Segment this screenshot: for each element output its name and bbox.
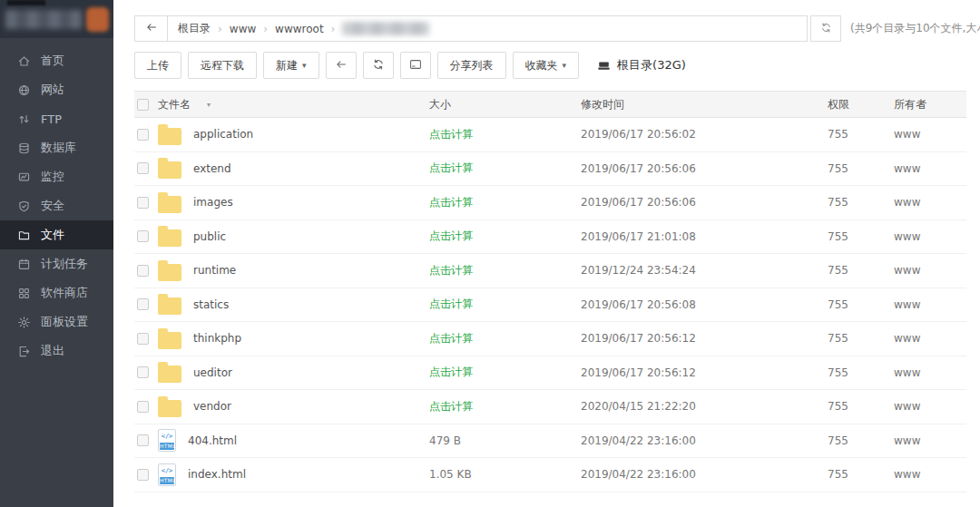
sidebar-menu: 首页 网站 FTP 数据库 监控 安全 文件 计划任务 软件商店 面板设置 退出 [0, 38, 113, 366]
file-perm: 755 [828, 468, 894, 481]
directory-stats: (共9个目录与10个文件,大小: 获取) [850, 15, 980, 42]
row-checkbox[interactable] [137, 197, 149, 209]
file-name-link[interactable]: 404.html [188, 434, 237, 447]
share-list-button[interactable]: 分享列表 [437, 52, 506, 79]
store-icon [17, 287, 31, 300]
back-button[interactable] [326, 52, 357, 79]
row-checkbox[interactable] [137, 333, 149, 345]
new-dropdown[interactable]: 新建 ▾ [263, 52, 319, 79]
header-perm: 权限 [828, 97, 894, 112]
sidebar-item-database[interactable]: 数据库 [0, 133, 113, 162]
sidebar-item-settings[interactable]: 面板设置 [0, 307, 113, 336]
chevron-down-icon: ▾ [302, 62, 307, 70]
path-refresh-button[interactable] [810, 15, 841, 42]
refresh-icon [372, 58, 385, 73]
file-name-link[interactable]: images [193, 196, 233, 209]
row-checkbox[interactable] [137, 401, 149, 413]
table-row[interactable]: public 点击计算 2019/06/17 21:01:08 755 www [134, 220, 966, 255]
gear-icon [17, 316, 31, 329]
calc-size-link[interactable]: 点击计算 [429, 400, 473, 413]
sidebar-item-site[interactable]: 网站 [0, 75, 113, 104]
row-checkbox[interactable] [137, 265, 149, 277]
file-name-link[interactable]: thinkphp [193, 332, 241, 345]
table-row[interactable]: </>HTML 404.html 479 B 2019/04/22 23:16:… [134, 424, 966, 459]
refresh-button[interactable] [363, 52, 394, 79]
select-all-checkbox[interactable] [137, 99, 149, 111]
folder-icon [158, 229, 181, 247]
file-perm: 755 [828, 332, 894, 345]
header-mtime: 修改时间 [581, 97, 828, 112]
breadcrumb-link[interactable]: www [230, 23, 256, 35]
row-checkbox[interactable] [137, 162, 149, 174]
table-row[interactable]: </>HTML index.html 1.05 KB 2019/04/22 23… [134, 458, 966, 492]
row-checkbox[interactable] [137, 469, 149, 481]
sidebar-item-monitor[interactable]: 监控 [0, 162, 113, 191]
file-table-header: 文件名▾ 大小 修改时间 权限 所有者 [134, 91, 966, 118]
file-perm: 755 [828, 128, 894, 141]
calc-size-link[interactable]: 点击计算 [429, 297, 473, 310]
file-name-link[interactable]: extend [193, 162, 231, 175]
file-size: 点击计算 [429, 127, 581, 142]
chevron-separator: › [263, 23, 268, 35]
calc-size-link[interactable]: 点击计算 [429, 161, 473, 174]
file-perm: 755 [828, 298, 894, 311]
sidebar-item-cron[interactable]: 计划任务 [0, 249, 113, 278]
file-name-link[interactable]: runtime [193, 264, 236, 277]
file-name-link[interactable]: application [193, 128, 253, 141]
toolbar-buttons: 上传 远程下载 新建 ▾ 分享列表 收藏夹 ▾ [134, 52, 579, 79]
file-name-link[interactable]: public [193, 230, 226, 243]
table-row[interactable]: runtime 点击计算 2019/12/24 23:54:24 755 www [134, 254, 966, 288]
file-name-link[interactable]: statics [193, 298, 229, 311]
calc-size-link[interactable]: 点击计算 [429, 366, 473, 378]
calc-size-link[interactable]: 点击计算 [429, 264, 473, 277]
file-owner: www [894, 468, 966, 481]
remote-download-button[interactable]: 远程下载 [188, 52, 257, 79]
table-row[interactable]: ueditor 点击计算 2019/06/17 20:56:12 755 www [134, 356, 966, 391]
calc-size-link[interactable]: 点击计算 [429, 229, 473, 242]
sidebar-item-security[interactable]: 安全 [0, 191, 113, 220]
folder-icon [158, 297, 181, 315]
calendar-icon [17, 258, 31, 271]
table-row[interactable]: vendor 点击计算 2020/04/15 21:22:20 755 www [134, 390, 966, 424]
file-mtime: 2019/12/24 23:54:24 [581, 264, 828, 277]
logout-icon [17, 345, 31, 358]
table-row[interactable]: images 点击计算 2019/06/17 20:56:06 755 www [134, 186, 966, 220]
calc-size-link[interactable]: 点击计算 [429, 196, 473, 209]
upload-button[interactable]: 上传 [134, 52, 181, 79]
breadcrumb-link[interactable]: 根目录 [178, 21, 211, 36]
row-checkbox[interactable] [137, 434, 149, 446]
logo-area [0, 0, 113, 38]
sidebar-item-logout[interactable]: 退出 [0, 336, 113, 366]
table-row[interactable]: extend 点击计算 2019/06/17 20:56:06 755 www [134, 152, 966, 187]
sidebar-item-files[interactable]: 文件 [0, 220, 113, 249]
sidebar-item-appstore[interactable]: 软件商店 [0, 278, 113, 307]
calc-size-link[interactable]: 点击计算 [429, 332, 473, 345]
row-checkbox[interactable] [137, 366, 149, 378]
row-checkbox[interactable] [137, 298, 149, 310]
chevron-separator: › [331, 23, 336, 35]
file-size: 479 B [429, 434, 581, 447]
row-checkbox[interactable] [137, 129, 149, 141]
file-perm: 755 [828, 434, 894, 447]
header-filename[interactable]: 文件名▾ [158, 97, 429, 112]
row-checkbox[interactable] [137, 230, 149, 242]
sidebar-item-ftp[interactable]: FTP [0, 104, 113, 133]
file-name-link[interactable]: ueditor [193, 366, 232, 379]
path-back-button[interactable] [135, 16, 168, 41]
breadcrumb-link[interactable]: wwwroot [275, 23, 324, 35]
file-mtime: 2019/04/22 23:16:00 [581, 434, 828, 447]
file-size: 点击计算 [429, 399, 581, 414]
file-name-link[interactable]: index.html [188, 468, 246, 481]
disk-indicator[interactable]: 根目录(32G) [597, 57, 686, 73]
calc-size-link[interactable]: 点击计算 [429, 128, 473, 141]
file-name-link[interactable]: vendor [193, 400, 231, 413]
terminal-button[interactable] [400, 52, 431, 79]
sidebar-item-home[interactable]: 首页 [0, 46, 113, 75]
file-perm: 755 [828, 162, 894, 175]
favorites-dropdown[interactable]: 收藏夹 ▾ [513, 52, 580, 79]
table-row[interactable]: statics 点击计算 2019/06/17 20:56:08 755 www [134, 288, 966, 323]
table-row[interactable]: thinkphp 点击计算 2019/06/17 20:56:12 755 ww… [134, 322, 966, 356]
table-row[interactable]: application 点击计算 2019/06/17 20:56:02 755… [134, 118, 966, 152]
file-perm: 755 [828, 366, 894, 379]
file-owner: www [894, 332, 966, 345]
